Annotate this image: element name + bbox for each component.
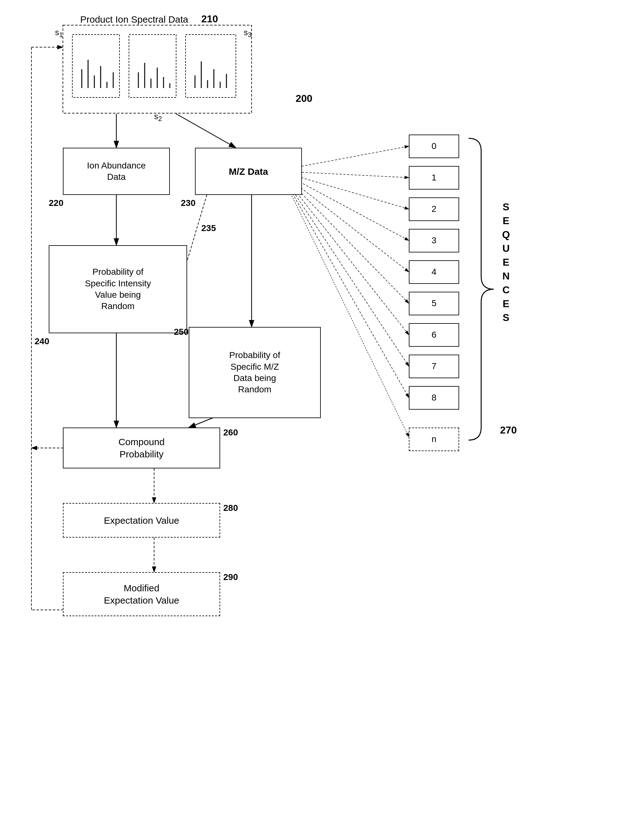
ref-260: 260	[223, 428, 238, 438]
s1-label: s1	[55, 28, 63, 39]
seq-4-box: 4	[409, 260, 459, 284]
svg-rect-4	[129, 35, 176, 97]
seq-5-box: 5	[409, 292, 459, 315]
svg-line-42	[283, 175, 409, 304]
ref-230: 230	[181, 198, 196, 208]
ref-270: 270	[500, 425, 517, 436]
arrows-svg	[0, 0, 623, 840]
spectral-data-title: Product Ion Spectral Data	[80, 14, 189, 25]
seq-8-box: 8	[409, 386, 459, 409]
ion-abundance-box: Ion AbundanceData	[63, 148, 170, 195]
seq-2-box: 2	[409, 198, 459, 221]
mz-data-box: M/Z Data	[195, 148, 302, 195]
diagram: 210 Product Ion Spectral Data s1 s2 s3 2…	[0, 0, 623, 840]
prob-intensity-box: Probability ofSpecific IntensityValue be…	[49, 245, 187, 333]
s2-label: s2	[154, 112, 162, 123]
compound-prob-box: CompoundProbability	[63, 428, 220, 468]
expectation-box: Expectation Value	[63, 503, 220, 538]
seq-1-box: 1	[409, 166, 459, 190]
ref-235: 235	[201, 223, 216, 233]
ref-280: 280	[223, 503, 238, 513]
svg-line-25	[176, 114, 236, 148]
svg-rect-5	[186, 35, 236, 97]
svg-rect-2	[63, 25, 252, 113]
sequences-label: SEQUENCES	[500, 201, 512, 326]
svg-line-37	[283, 146, 409, 170]
modified-exp-box: ModifiedExpectation Value	[63, 572, 220, 616]
seq-6-box: 6	[409, 323, 459, 347]
s3-label: s3	[244, 28, 252, 39]
svg-line-39	[283, 172, 409, 209]
svg-line-43	[283, 175, 409, 335]
ref-240: 240	[35, 336, 49, 346]
svg-line-41	[283, 174, 409, 272]
seq-0-box: 0	[409, 135, 459, 158]
ref-250: 250	[174, 327, 189, 337]
ref-210: 210	[201, 13, 218, 25]
ref-290: 290	[223, 572, 238, 582]
seq-3-box: 3	[409, 229, 459, 253]
seq-n-box: n	[409, 428, 459, 451]
svg-line-38	[283, 171, 409, 178]
seq-7-box: 7	[409, 355, 459, 378]
ref-220: 220	[49, 198, 63, 208]
svg-line-40	[283, 173, 409, 241]
svg-rect-3	[72, 35, 120, 97]
ref-200: 200	[296, 93, 312, 104]
prob-mz-box: Probability ofSpecific M/ZData beingRand…	[189, 327, 321, 418]
